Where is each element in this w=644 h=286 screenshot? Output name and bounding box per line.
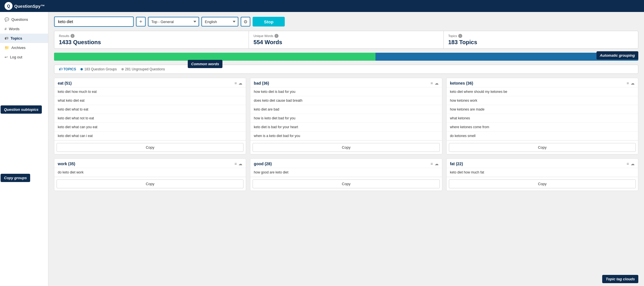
list-item[interactable]: where ketones come from [447,123,638,132]
progress-bar-container [54,53,638,61]
list-item[interactable]: how keto diet is bad for you [250,87,442,96]
topics-icon: 🏷 [5,36,8,40]
card-title-fat: fat (22) [450,162,463,166]
copy-button-good[interactable]: Copy [253,179,439,188]
topics-info-icon[interactable]: i [458,34,462,38]
words-icon: # [5,27,7,31]
list-item[interactable]: keto diet how much fat [447,168,638,177]
topic-card-bad: bad (36)≡☁how keto diet is bad for youdo… [250,78,442,154]
tab-topics[interactable]: 🏷 TOPICS [59,67,76,71]
list-item[interactable]: keto diet what not to eat [54,114,246,123]
list-item[interactable]: keto diet how much to eat [54,87,246,96]
results-info-icon[interactable]: i [71,34,75,38]
sidebar-label-questions: Questions [11,17,28,22]
list-icon-bad[interactable]: ≡ [430,81,433,85]
copy-button-fat[interactable]: Copy [449,179,636,188]
list-item[interactable]: how ketones work [447,96,638,105]
cloud-icon-good[interactable]: ☁ [435,162,439,166]
logo-text: QuestionSpy™ [14,4,45,9]
search-input[interactable] [54,17,134,27]
list-icon-ketones[interactable]: ≡ [627,81,629,85]
topic-card-ketones: ketones (36)≡☁keto diet where should my … [446,78,638,154]
list-item[interactable]: keto diet where should my ketones be [447,87,638,96]
list-item[interactable]: keto diet what to eat [54,105,246,114]
card-body-good: how good are keto diet [250,168,442,177]
card-header-ketones: ketones (36)≡☁ [447,78,638,87]
logout-icon: ↩ [5,55,8,59]
card-header-work: work (35)≡☁ [54,159,246,168]
sidebar-item-topics[interactable]: 🏷 Topics [0,34,48,43]
list-item[interactable]: how ketones are made [447,105,638,114]
list-item[interactable]: keto diet what can i eat [54,132,246,140]
cloud-icon-work[interactable]: ☁ [238,162,242,166]
sidebar-label-words: Words [9,27,19,31]
sidebar-item-logout[interactable]: ↩ Log out [0,52,48,62]
list-icon-work[interactable]: ≡ [234,162,237,166]
unique-words-value: 554 Words [253,39,439,46]
tab-dot-ungrouped [121,68,124,70]
list-item[interactable]: do keto diet work [54,168,246,177]
card-title-good: good (28) [254,162,272,166]
list-item[interactable]: what ketones [447,114,638,123]
card-header-eat: eat (51)≡☁ [54,78,246,87]
list-item[interactable]: what keto diet eat [54,96,246,105]
card-footer-good: Copy [250,177,442,191]
copy-button-bad[interactable]: Copy [253,143,439,152]
list-item[interactable]: keto diet is bad for your heart [250,123,442,132]
tab-ungrouped[interactable]: 281 Ungrouped Questions [121,67,165,71]
card-body-fat: keto diet how much fat [447,168,638,177]
tab-dot-groups [80,68,83,70]
settings-button[interactable]: ⚙ [241,17,250,26]
list-item[interactable]: how is keto diet bad for you [250,114,442,123]
list-icon-eat[interactable]: ≡ [234,81,237,85]
cards-grid: eat (51)≡☁keto diet how much to eatwhat … [54,78,638,191]
results-label: Results i [59,34,244,38]
topic-card-good: good (28)≡☁how good are keto dietCopy [250,158,442,191]
tab-question-groups[interactable]: 183 Question Groups [80,67,117,71]
topic-card-eat: eat (51)≡☁keto diet how much to eatwhat … [54,78,246,154]
list-item[interactable]: when is a keto diet bad for you [250,132,442,140]
category-select[interactable]: Top - General Questions Prepositions Com… [148,17,199,26]
stop-button[interactable]: Stop [253,17,285,26]
cloud-icon-eat[interactable]: ☁ [238,81,242,85]
card-actions-eat: ≡☁ [234,81,242,85]
list-item[interactable]: keto diet what can you eat [54,123,246,132]
card-footer-fat: Copy [447,177,638,191]
card-header-fat: fat (22)≡☁ [447,159,638,168]
cloud-icon-bad[interactable]: ☁ [435,81,439,85]
sidebar-item-words[interactable]: # Words [0,24,48,34]
cloud-icon-fat[interactable]: ☁ [631,162,635,166]
sidebar-label-topics: Topics [11,36,22,40]
logo-icon: Q [5,2,13,10]
stats-row: Results i 1433 Questions Unique Words i … [54,31,638,49]
list-item[interactable]: how good are keto diet [250,168,442,177]
sidebar-item-questions[interactable]: 💬 Questions [0,15,48,24]
copy-button-ketones[interactable]: Copy [449,143,636,152]
list-icon-good[interactable]: ≡ [430,162,433,166]
card-footer-eat: Copy [54,140,246,154]
list-item[interactable]: keto diet are bad [250,105,442,114]
add-keyword-button[interactable]: + [136,17,146,26]
topic-card-work: work (35)≡☁do keto diet workCopy [54,158,246,191]
list-item[interactable]: do ketones smell [447,132,638,140]
copy-button-work[interactable]: Copy [57,179,243,188]
copy-button-eat[interactable]: Copy [57,143,243,152]
topic-card-fat: fat (22)≡☁keto diet how much fatCopy [446,158,638,191]
list-item[interactable]: does keto diet cause bad breath [250,96,442,105]
card-actions-fat: ≡☁ [627,162,635,166]
tag-icon: 🏷 [59,67,62,71]
cloud-icon-ketones[interactable]: ☁ [631,81,635,85]
language-select[interactable]: English Spanish French German [201,17,238,26]
unique-words-info-icon[interactable]: i [274,34,278,38]
card-title-bad: bad (36) [254,81,269,85]
topics-label: Topics i [448,34,633,38]
logo: Q QuestionSpy™ [5,2,45,10]
progress-bar-fill [54,53,375,61]
list-icon-fat[interactable]: ≡ [627,162,629,166]
sidebar-item-archives[interactable]: 📁 Archives [0,43,48,52]
stat-results: Results i 1433 Questions [54,31,249,48]
card-title-ketones: ketones (36) [450,81,473,85]
card-footer-ketones: Copy [447,140,638,154]
card-body-bad: how keto diet is bad for youdoes keto di… [250,87,442,140]
topics-value: 183 Topics [448,39,633,46]
